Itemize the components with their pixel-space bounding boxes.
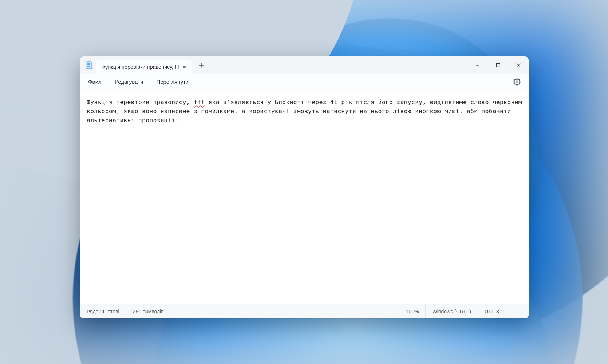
minimize-button[interactable] xyxy=(467,56,488,74)
tab-title: Функція перевірки правопису, fff xyxy=(101,64,179,70)
status-encoding[interactable]: UTF-8 xyxy=(478,304,529,318)
titlebar[interactable]: Функція перевірки правопису, fff xyxy=(80,56,529,74)
close-button[interactable] xyxy=(508,56,529,74)
settings-button[interactable] xyxy=(510,75,524,88)
svg-rect-0 xyxy=(86,62,92,69)
new-tab-button[interactable] xyxy=(195,59,208,71)
menu-view[interactable]: Переглянути xyxy=(151,76,194,87)
editor-text-before: Функція перевірки правопису, xyxy=(87,99,194,106)
menu-edit[interactable]: Редагувати xyxy=(110,76,149,87)
status-line-ending[interactable]: Windows (CRLF) xyxy=(425,304,478,318)
unsaved-indicator-icon xyxy=(183,66,186,68)
notepad-app-icon xyxy=(85,61,92,69)
statusbar: Рядок 1, стові 260 символів 100% Windows… xyxy=(80,304,529,318)
status-cursor-position[interactable]: Рядок 1, стові xyxy=(80,304,126,318)
spelling-error-word[interactable]: fff xyxy=(194,99,205,106)
text-editor[interactable]: Функція перевірки правопису, fff яка з'я… xyxy=(80,90,529,304)
menu-file[interactable]: Файл xyxy=(83,76,107,87)
status-char-count[interactable]: 260 символів xyxy=(126,304,170,318)
document-tab[interactable]: Функція перевірки правопису, fff xyxy=(96,60,192,74)
svg-rect-4 xyxy=(497,64,500,67)
notepad-window: Функція перевірки правопису, fff Файл Ре… xyxy=(80,56,529,318)
gear-icon xyxy=(513,78,521,86)
maximize-button[interactable] xyxy=(488,56,508,74)
menubar: Файл Редагувати Переглянути xyxy=(80,74,529,90)
status-zoom[interactable]: 100% xyxy=(399,304,426,318)
